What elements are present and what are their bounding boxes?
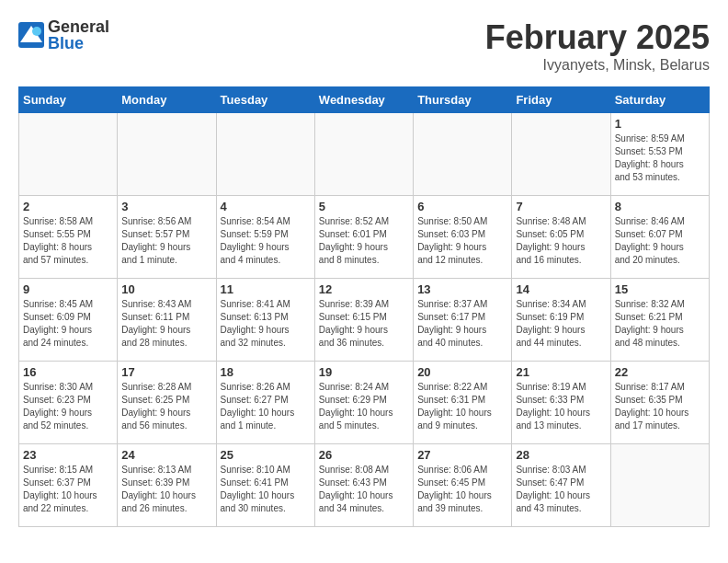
day-info: Sunrise: 8:52 AM Sunset: 6:01 PM Dayligh…: [319, 215, 409, 267]
day-number: 11: [221, 282, 311, 296]
day-number: 22: [615, 365, 705, 379]
weekday-header-sunday: Sunday: [19, 87, 118, 113]
calendar-cell: 8Sunrise: 8:46 AM Sunset: 6:07 PM Daylig…: [610, 196, 709, 279]
calendar-cell: [414, 113, 512, 196]
calendar-cell: [610, 444, 709, 527]
calendar-cell: 17Sunrise: 8:28 AM Sunset: 6:25 PM Dayli…: [118, 362, 216, 444]
calendar-cell: 20Sunrise: 8:22 AM Sunset: 6:31 PM Dayli…: [414, 362, 512, 444]
day-number: 9: [23, 282, 113, 296]
day-info: Sunrise: 8:17 AM Sunset: 6:35 PM Dayligh…: [615, 381, 705, 432]
day-number: 13: [417, 282, 507, 296]
weekday-header-wednesday: Wednesday: [314, 87, 413, 113]
calendar-cell: 18Sunrise: 8:26 AM Sunset: 6:27 PM Dayli…: [216, 362, 314, 444]
day-number: 10: [121, 282, 211, 296]
weekday-header-friday: Friday: [512, 87, 610, 113]
calendar-cell: 15Sunrise: 8:32 AM Sunset: 6:21 PM Dayli…: [610, 279, 709, 362]
day-number: 20: [417, 365, 507, 379]
calendar-cell: [19, 113, 118, 196]
day-info: Sunrise: 8:58 AM Sunset: 5:55 PM Dayligh…: [23, 215, 113, 267]
calendar-cell: 5Sunrise: 8:52 AM Sunset: 6:01 PM Daylig…: [314, 196, 413, 279]
calendar-cell: [216, 113, 314, 196]
calendar-week-row: 2Sunrise: 8:58 AM Sunset: 5:55 PM Daylig…: [19, 196, 710, 279]
calendar-cell: 2Sunrise: 8:58 AM Sunset: 5:55 PM Daylig…: [19, 196, 118, 279]
calendar-cell: 11Sunrise: 8:41 AM Sunset: 6:13 PM Dayli…: [216, 279, 314, 362]
day-number: 3: [121, 200, 211, 213]
title-section: February 2025 Ivyanyets, Minsk, Belarus: [485, 18, 710, 74]
calendar-week-row: 9Sunrise: 8:45 AM Sunset: 6:09 PM Daylig…: [19, 279, 710, 362]
svg-point-2: [32, 27, 41, 36]
calendar-cell: 23Sunrise: 8:15 AM Sunset: 6:37 PM Dayli…: [19, 444, 118, 527]
day-info: Sunrise: 8:50 AM Sunset: 6:03 PM Dayligh…: [417, 215, 507, 267]
day-number: 28: [516, 448, 606, 462]
day-info: Sunrise: 8:26 AM Sunset: 6:27 PM Dayligh…: [221, 381, 311, 432]
calendar-cell: [314, 113, 413, 196]
logo: General Blue: [18, 18, 109, 52]
day-info: Sunrise: 8:45 AM Sunset: 6:09 PM Dayligh…: [23, 298, 113, 350]
calendar-cell: 3Sunrise: 8:56 AM Sunset: 5:57 PM Daylig…: [118, 196, 216, 279]
day-info: Sunrise: 8:06 AM Sunset: 6:45 PM Dayligh…: [417, 464, 507, 515]
day-info: Sunrise: 8:34 AM Sunset: 6:19 PM Dayligh…: [516, 298, 606, 350]
calendar-cell: 10Sunrise: 8:43 AM Sunset: 6:11 PM Dayli…: [118, 279, 216, 362]
day-info: Sunrise: 8:46 AM Sunset: 6:07 PM Dayligh…: [615, 215, 705, 267]
calendar-cell: 13Sunrise: 8:37 AM Sunset: 6:17 PM Dayli…: [414, 279, 512, 362]
day-info: Sunrise: 8:28 AM Sunset: 6:25 PM Dayligh…: [121, 381, 211, 432]
calendar-cell: 27Sunrise: 8:06 AM Sunset: 6:45 PM Dayli…: [414, 444, 512, 527]
day-info: Sunrise: 8:54 AM Sunset: 5:59 PM Dayligh…: [221, 215, 311, 267]
day-info: Sunrise: 8:24 AM Sunset: 6:29 PM Dayligh…: [319, 381, 409, 432]
calendar-cell: 9Sunrise: 8:45 AM Sunset: 6:09 PM Daylig…: [19, 279, 118, 362]
calendar-cell: 26Sunrise: 8:08 AM Sunset: 6:43 PM Dayli…: [314, 444, 413, 527]
day-info: Sunrise: 8:59 AM Sunset: 5:53 PM Dayligh…: [615, 132, 705, 184]
day-number: 6: [417, 200, 507, 213]
day-number: 17: [121, 365, 211, 379]
day-number: 26: [319, 448, 409, 462]
logo-icon: [18, 22, 44, 48]
calendar-subtitle: Ivyanyets, Minsk, Belarus: [485, 57, 710, 74]
calendar-cell: 19Sunrise: 8:24 AM Sunset: 6:29 PM Dayli…: [314, 362, 413, 444]
day-number: 27: [417, 448, 507, 462]
day-number: 23: [23, 448, 113, 462]
weekday-header-saturday: Saturday: [610, 87, 709, 113]
day-number: 5: [319, 200, 409, 213]
day-number: 8: [615, 200, 705, 213]
day-info: Sunrise: 8:39 AM Sunset: 6:15 PM Dayligh…: [319, 298, 409, 350]
day-number: 25: [221, 448, 311, 462]
calendar-week-row: 1Sunrise: 8:59 AM Sunset: 5:53 PM Daylig…: [19, 113, 710, 196]
day-number: 16: [23, 365, 113, 379]
day-number: 18: [221, 365, 311, 379]
day-info: Sunrise: 8:19 AM Sunset: 6:33 PM Dayligh…: [516, 381, 606, 432]
calendar-cell: 6Sunrise: 8:50 AM Sunset: 6:03 PM Daylig…: [414, 196, 512, 279]
day-info: Sunrise: 8:08 AM Sunset: 6:43 PM Dayligh…: [319, 464, 409, 515]
day-number: 19: [319, 365, 409, 379]
calendar-cell: 7Sunrise: 8:48 AM Sunset: 6:05 PM Daylig…: [512, 196, 610, 279]
day-info: Sunrise: 8:10 AM Sunset: 6:41 PM Dayligh…: [221, 464, 311, 515]
weekday-header-thursday: Thursday: [414, 87, 512, 113]
calendar-cell: 12Sunrise: 8:39 AM Sunset: 6:15 PM Dayli…: [314, 279, 413, 362]
day-info: Sunrise: 8:03 AM Sunset: 6:47 PM Dayligh…: [516, 464, 606, 515]
calendar-cell: 25Sunrise: 8:10 AM Sunset: 6:41 PM Dayli…: [216, 444, 314, 527]
calendar-cell: 4Sunrise: 8:54 AM Sunset: 5:59 PM Daylig…: [216, 196, 314, 279]
day-number: 14: [516, 282, 606, 296]
day-number: 21: [516, 365, 606, 379]
calendar-cell: 16Sunrise: 8:30 AM Sunset: 6:23 PM Dayli…: [19, 362, 118, 444]
day-info: Sunrise: 8:32 AM Sunset: 6:21 PM Dayligh…: [615, 298, 705, 350]
day-number: 2: [23, 200, 113, 213]
day-number: 1: [615, 117, 705, 131]
day-number: 12: [319, 282, 409, 296]
day-info: Sunrise: 8:48 AM Sunset: 6:05 PM Dayligh…: [516, 215, 606, 267]
weekday-header-tuesday: Tuesday: [216, 87, 314, 113]
day-info: Sunrise: 8:13 AM Sunset: 6:39 PM Dayligh…: [121, 464, 211, 515]
calendar-cell: [512, 113, 610, 196]
day-number: 7: [516, 200, 606, 213]
day-info: Sunrise: 8:30 AM Sunset: 6:23 PM Dayligh…: [23, 381, 113, 432]
weekday-header-monday: Monday: [118, 87, 216, 113]
calendar-cell: 21Sunrise: 8:19 AM Sunset: 6:33 PM Dayli…: [512, 362, 610, 444]
day-info: Sunrise: 8:43 AM Sunset: 6:11 PM Dayligh…: [121, 298, 211, 350]
day-info: Sunrise: 8:41 AM Sunset: 6:13 PM Dayligh…: [221, 298, 311, 350]
day-number: 24: [121, 448, 211, 462]
day-number: 4: [221, 200, 311, 213]
day-info: Sunrise: 8:22 AM Sunset: 6:31 PM Dayligh…: [417, 381, 507, 432]
day-info: Sunrise: 8:37 AM Sunset: 6:17 PM Dayligh…: [417, 298, 507, 350]
weekday-header-row: SundayMondayTuesdayWednesdayThursdayFrid…: [19, 87, 710, 113]
calendar-cell: 24Sunrise: 8:13 AM Sunset: 6:39 PM Dayli…: [118, 444, 216, 527]
day-info: Sunrise: 8:15 AM Sunset: 6:37 PM Dayligh…: [23, 464, 113, 515]
